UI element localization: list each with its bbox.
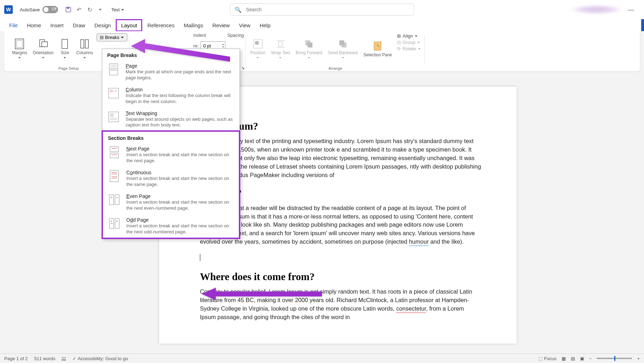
- search-input[interactable]: [246, 7, 409, 12]
- svg-rect-34: [110, 153, 119, 158]
- focus-mode[interactable]: ⬚ Focus: [539, 356, 557, 361]
- tab-references[interactable]: References: [143, 20, 179, 30]
- group-button[interactable]: ⊡Group ⏷: [397, 40, 421, 45]
- align-button[interactable]: ⊞Align ⏷: [397, 33, 421, 39]
- redo-icon[interactable]: ↻: [86, 6, 93, 13]
- group-icon: ⊡: [397, 40, 401, 45]
- document-area[interactable]: orem Ipsum? is simply dummy text of the …: [0, 72, 644, 353]
- svg-text:2: 2: [110, 196, 112, 199]
- group-arrange: Position⏷ Wrap Text⏷ Bring Forward⏷ Send…: [246, 33, 425, 72]
- page-indicator[interactable]: Page 1 of 2: [4, 356, 28, 361]
- document-name[interactable]: Test ⏷: [111, 7, 125, 12]
- accessibility-status[interactable]: ✓ Accessibility: Good to go: [73, 356, 128, 361]
- breaks-dropdown-menu: Page Breaks PageMark the point at which …: [102, 49, 240, 239]
- breaks-menu-item[interactable]: 2 Even PageInsert a section break and st…: [103, 191, 239, 214]
- tab-help[interactable]: Help: [255, 20, 275, 30]
- svg-rect-18: [374, 42, 381, 50]
- text-cursor: [200, 254, 200, 261]
- svg-rect-15: [307, 42, 312, 47]
- svg-rect-7: [81, 40, 84, 48]
- tab-file[interactable]: File: [5, 20, 22, 30]
- break-type-icon: 13: [108, 217, 121, 230]
- breaks-icon: ⊟: [100, 35, 104, 40]
- language-icon[interactable]: 🕮: [62, 356, 66, 361]
- breaks-button[interactable]: ⊟ Breaks ⏷: [97, 33, 127, 41]
- tab-insert[interactable]: Insert: [46, 20, 68, 30]
- print-layout-icon[interactable]: ▤: [571, 356, 575, 361]
- tab-review[interactable]: Review: [208, 20, 234, 30]
- tab-home[interactable]: Home: [23, 20, 45, 30]
- autosave-control[interactable]: AutoSave Off: [20, 6, 58, 13]
- tab-design[interactable]: Design: [90, 20, 115, 30]
- svg-rect-29: [110, 113, 114, 117]
- ribbon-tabs: File Home Insert Draw Design Layout Refe…: [0, 19, 644, 31]
- svg-marker-50: [131, 39, 230, 62]
- svg-rect-36: [110, 170, 119, 182]
- break-type-icon: 2: [108, 193, 121, 206]
- rotate-button[interactable]: ⟳Rotate ⏷: [397, 46, 421, 51]
- breaks-menu-item[interactable]: ContinuousInsert a section break and sta…: [103, 167, 239, 191]
- bring-forward-button[interactable]: Bring Forward⏷: [294, 33, 324, 65]
- title-bar: W AutoSave Off ↶ ↻ ⏷ Test ⏷ 🔍 —: [0, 0, 644, 19]
- size-button[interactable]: Size⏷: [57, 33, 73, 65]
- svg-rect-8: [85, 40, 88, 48]
- wrap-text-button[interactable]: Wrap Text⏷: [269, 33, 292, 65]
- word-app-icon: W: [4, 5, 13, 14]
- margins-button[interactable]: Margins⏷: [10, 33, 29, 65]
- svg-rect-43: [115, 195, 119, 205]
- autosave-label: AutoSave: [20, 7, 40, 12]
- svg-rect-11: [278, 42, 283, 46]
- page-setup-label: Page Setup: [58, 65, 79, 72]
- break-type-icon: [107, 110, 120, 123]
- rotate-icon: ⟳: [397, 46, 401, 51]
- user-account[interactable]: [570, 5, 623, 15]
- tab-mailings[interactable]: Mailings: [179, 20, 207, 30]
- autosave-toggle[interactable]: Off: [42, 6, 58, 13]
- paragraph-2: ablished fact that a reader will be dist…: [200, 204, 481, 246]
- save-icon[interactable]: [64, 6, 72, 13]
- svg-rect-6: [62, 39, 68, 49]
- send-backward-button[interactable]: Send Backward⏷: [326, 33, 360, 65]
- undo-icon[interactable]: ↶: [75, 6, 83, 13]
- breaks-menu-item[interactable]: Text WrappingSeparate text around object…: [102, 108, 240, 131]
- breaks-menu-item[interactable]: Next PageInsert a section break and star…: [103, 143, 239, 167]
- zoom-slider[interactable]: [597, 358, 632, 359]
- zoom-in-icon[interactable]: +: [637, 356, 640, 361]
- svg-rect-5: [42, 42, 47, 47]
- position-button[interactable]: Position⏷: [248, 33, 268, 65]
- paragraph-dialog-launcher[interactable]: ⬊: [242, 66, 245, 70]
- tab-draw[interactable]: Draw: [69, 20, 90, 30]
- minimize-icon[interactable]: —: [628, 6, 634, 13]
- search-bar[interactable]: 🔍: [230, 4, 414, 16]
- align-icon: ⊞: [397, 33, 401, 39]
- svg-rect-20: [109, 70, 118, 75]
- web-layout-icon[interactable]: ▣: [580, 356, 584, 361]
- qat-customize-icon[interactable]: ⏷: [96, 6, 104, 13]
- breaks-menu-item[interactable]: 13 Odd PageInsert a section break and st…: [103, 214, 239, 238]
- word-count[interactable]: 511 words: [34, 356, 56, 361]
- svg-rect-17: [339, 40, 344, 45]
- svg-marker-51: [202, 288, 322, 300]
- status-bar: Page 1 of 2 511 words 🕮 ✓ Accessibility:…: [0, 353, 644, 363]
- svg-rect-3: [17, 40, 22, 47]
- svg-rect-19: [109, 64, 118, 69]
- selection-pane-button[interactable]: Selection Pane: [361, 33, 394, 65]
- zoom-out-icon[interactable]: −: [589, 356, 592, 361]
- orientation-button[interactable]: Orientation⏷: [31, 33, 56, 65]
- breaks-menu-item[interactable]: PageMark the point at which one page end…: [102, 60, 240, 84]
- search-icon: 🔍: [235, 6, 242, 13]
- heading-3: Where does it come from?: [200, 271, 481, 283]
- columns-button[interactable]: Columns⏷: [74, 33, 95, 65]
- arrange-label: Arrange: [328, 65, 342, 72]
- break-type-icon: [108, 146, 121, 159]
- tab-layout[interactable]: Layout: [116, 19, 142, 32]
- ribbon: Margins⏷ Orientation⏷ Size⏷ Columns⏷ ⊟ B…: [4, 31, 640, 72]
- read-mode-icon[interactable]: ▦: [562, 356, 566, 361]
- copilot-bar[interactable]: [641, 19, 644, 31]
- svg-rect-10: [255, 41, 259, 45]
- breaks-menu-item[interactable]: ColumnIndicate that the text following t…: [102, 84, 240, 108]
- tab-view[interactable]: View: [235, 20, 254, 30]
- break-type-icon: [108, 170, 121, 182]
- svg-rect-23: [109, 88, 119, 98]
- svg-rect-32: [110, 147, 119, 152]
